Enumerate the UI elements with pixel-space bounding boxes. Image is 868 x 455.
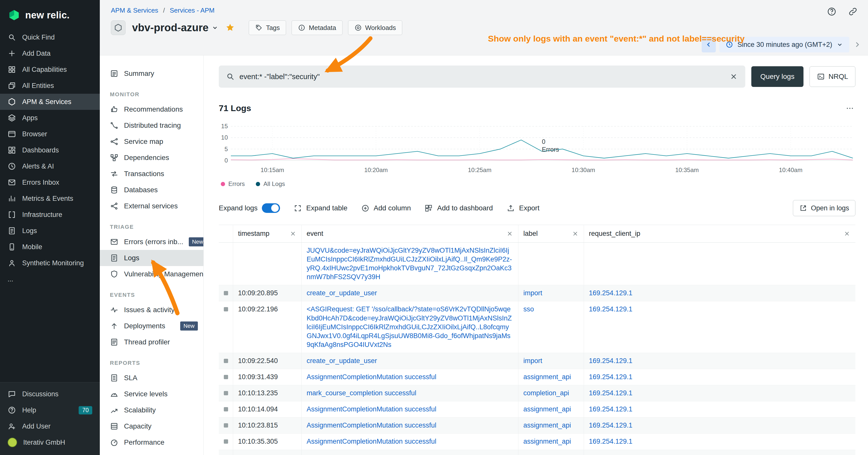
permalink-icon[interactable]	[848, 6, 858, 17]
subnav-item-summary[interactable]: Summary	[100, 65, 204, 82]
open-in-logs-button[interactable]: Open in logs	[793, 200, 856, 216]
event-link[interactable]: mark_course_completion successful	[307, 389, 416, 397]
chip-workloads[interactable]: Workloads	[348, 21, 402, 35]
sidebar-item-browser[interactable]: Browser	[0, 126, 100, 142]
sidebar-item-synthetic-monitoring[interactable]: Synthetic Monitoring	[0, 255, 100, 271]
ip-link[interactable]: 169.254.129.1	[589, 289, 632, 297]
table-row[interactable]: 10:09:22.196<ASGIRequest: GET '/sso/call…	[219, 301, 856, 353]
logs-timeseries-chart[interactable]: 05101510:15am10:20am10:25am10:30am10:35a…	[219, 123, 856, 175]
query-logs-button[interactable]: Query logs	[751, 66, 804, 87]
subnav-item-deployments[interactable]: DeploymentsNew	[100, 318, 204, 334]
subnav-item-external-services[interactable]: External services	[100, 198, 204, 214]
table-row[interactable]: 10:09:20.895create_or_update_userimport1…	[219, 285, 856, 301]
add-to-dashboard-button[interactable]: Add to dashboard	[425, 204, 493, 213]
sidebar-item-discussions[interactable]: Discussions	[0, 386, 100, 402]
table-row[interactable]: 10:10:35.305AssignmentCompletionMutation…	[219, 433, 856, 450]
logo[interactable]: new relic.	[0, 0, 100, 29]
table-row[interactable]: 10:09:22.540create_or_update_userimport1…	[219, 353, 856, 369]
sidebar-item-logs[interactable]: Logs	[0, 223, 100, 239]
event-link[interactable]: create_or_update_user	[307, 357, 377, 364]
sidebar-item-metrics-events[interactable]: Metrics & Events	[0, 191, 100, 206]
sidebar-item-infrastructure[interactable]: Infrastructure	[0, 206, 100, 223]
label-link[interactable]: assignment_api	[524, 405, 571, 413]
breadcrumb-services-apm[interactable]: Services - APM	[170, 6, 215, 14]
subnav-item-scalability[interactable]: Scalability	[100, 402, 204, 418]
subnav-item-vulnerability-management[interactable]: Vulnerability Management	[100, 266, 204, 282]
label-link[interactable]: sso	[524, 305, 534, 313]
ip-link[interactable]: 169.254.129.1	[589, 389, 632, 397]
subnav-item-dependencies[interactable]: Dependencies	[100, 150, 204, 166]
table-row[interactable]: JUQVU&code=eyJraWQiOiJjcGltY29yZV8wOTl1M…	[219, 242, 856, 285]
row-checkbox[interactable]	[224, 359, 228, 363]
sidebar-item-apm-services[interactable]: APM & Services	[0, 94, 100, 110]
log-query-input[interactable]	[240, 72, 724, 81]
subnav-item-errors-errors-inb[interactable]: Errors (errors inb...New	[100, 234, 204, 250]
sidebar-item-dashboards[interactable]: Dashboards	[0, 142, 100, 158]
row-checkbox[interactable]	[224, 375, 228, 379]
event-link[interactable]: JUQVU&code=eyJraWQiOiJjcGltY29yZV8wOTl1M…	[307, 247, 512, 281]
label-link[interactable]: assignment_api	[524, 437, 571, 445]
subnav-item-distributed-tracing[interactable]: Distributed tracing	[100, 118, 204, 133]
time-forward-button chevron-right-icon[interactable]	[853, 40, 862, 49]
remove-column-icon[interactable]	[843, 230, 850, 237]
remove-column-icon[interactable]	[289, 230, 297, 237]
subnav-item-service-map[interactable]: Service map	[100, 133, 204, 150]
label-link[interactable]: import	[524, 289, 542, 297]
ip-link[interactable]: 169.254.129.1	[589, 437, 632, 445]
column-header-timestamp[interactable]: timestamp	[233, 225, 302, 242]
ip-link[interactable]: 169.254.129.1	[589, 422, 632, 429]
label-link[interactable]: import	[524, 357, 542, 364]
table-row[interactable]: 10:10:23.815AssignmentCompletionMutation…	[219, 418, 856, 433]
event-link[interactable]: AssignmentCompletionMutation successful	[307, 373, 436, 381]
label-link[interactable]: assignment_api	[524, 454, 571, 455]
sidebar-item-all-capabilities[interactable]: All Capabilities	[0, 62, 100, 77]
event-link[interactable]: AssignmentCompletionMutation successful	[307, 437, 436, 445]
legend-item-all-logs[interactable]: All Logs	[256, 181, 285, 188]
row-checkbox[interactable]	[224, 291, 228, 295]
subnav-item-transactions[interactable]: Transactions	[100, 166, 204, 182]
column-header-event[interactable]: event	[302, 225, 518, 242]
expand-logs-control[interactable]: Expand logs	[219, 203, 280, 213]
table-row[interactable]: 10:10:44.066AssignmentCompletionMutation…	[219, 450, 856, 455]
add-column-button[interactable]: Add column	[361, 204, 411, 213]
expand-logs-toggle[interactable]	[262, 203, 280, 213]
subnav-item-logs[interactable]: Logs	[100, 250, 204, 266]
sidebar-item-help[interactable]: Help70	[0, 402, 100, 418]
row-checkbox[interactable]	[224, 391, 228, 395]
row-checkbox[interactable]	[224, 440, 228, 444]
sidebar-item-quick-find[interactable]: Quick Find	[0, 29, 100, 45]
expand-table-button[interactable]: Expand table	[293, 204, 347, 213]
event-link[interactable]: AssignmentCompletionMutation successful	[307, 422, 436, 429]
table-row[interactable]: 10:10:13.235mark_course_completion succe…	[219, 385, 856, 401]
remove-column-icon[interactable]	[572, 230, 579, 237]
table-row[interactable]: 10:09:31.439AssignmentCompletionMutation…	[219, 369, 856, 385]
row-checkbox[interactable]	[224, 423, 228, 427]
legend-item-errors[interactable]: Errors	[221, 181, 245, 188]
column-header-label[interactable]: label	[518, 225, 584, 242]
sidebar-item-all-entities[interactable]: All Entities	[0, 77, 100, 94]
nrql-button[interactable]: NRQL	[809, 66, 856, 87]
subnav-item-performance[interactable]: Performance	[100, 434, 204, 451]
subnav-item-sla[interactable]: SLA	[100, 370, 204, 386]
chip-tags[interactable]: Tags	[249, 21, 286, 35]
help-circle-icon[interactable]	[827, 6, 837, 17]
sidebar-item-apps[interactable]: Apps	[0, 110, 100, 126]
sidebar-item-alerts-ai[interactable]: Alerts & AI	[0, 158, 100, 174]
label-link[interactable]: completion_api	[524, 389, 569, 397]
ip-link[interactable]: 169.254.129.1	[589, 405, 632, 413]
row-checkbox[interactable]	[224, 307, 228, 312]
favorite-star-icon[interactable]	[225, 23, 235, 33]
log-search-box[interactable]	[219, 65, 745, 88]
subnav-item-issues-activity[interactable]: Issues & activity	[100, 302, 204, 318]
export-button[interactable]: Export	[506, 204, 539, 213]
ip-link[interactable]: 169.254.129.1	[589, 454, 632, 455]
ip-link[interactable]: 169.254.129.1	[589, 357, 632, 364]
event-link[interactable]: AssignmentCompletionMutation successful	[307, 454, 436, 455]
chevron-down-icon[interactable]	[212, 24, 218, 31]
remove-column-icon[interactable]	[506, 230, 513, 237]
table-row[interactable]: 10:10:14.094AssignmentCompletionMutation…	[219, 401, 856, 418]
label-link[interactable]: assignment_api	[524, 422, 571, 429]
event-link[interactable]: create_or_update_user	[307, 289, 377, 297]
event-link[interactable]: AssignmentCompletionMutation successful	[307, 405, 436, 413]
sidebar-item-mobile[interactable]: Mobile	[0, 239, 100, 255]
